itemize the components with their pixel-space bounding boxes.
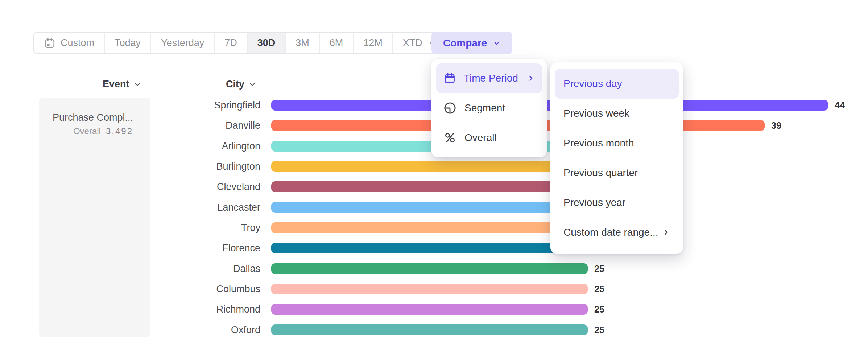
compare-menu-item-overall[interactable]: Overall — [436, 123, 542, 153]
event-name: Purchase Compl... — [46, 112, 133, 123]
bar-oxford[interactable] — [271, 324, 588, 335]
submenu-item-label: Previous month — [563, 137, 634, 149]
bar-dallas[interactable] — [271, 263, 588, 274]
percent-icon — [443, 131, 456, 144]
event-metric-label: Overall — [73, 126, 101, 136]
event-card[interactable]: Purchase Compl... Overall3,492 — [39, 98, 150, 337]
city-column-label: City — [226, 79, 244, 90]
toolbar-item-label: XTD — [403, 37, 422, 49]
bar-category-label: Oxford — [138, 324, 260, 335]
city-column-header[interactable]: City — [226, 79, 256, 90]
time-period-submenu: Previous dayPrevious weekPrevious monthP… — [550, 62, 683, 254]
toolbar-item-label: 7D — [224, 37, 237, 49]
calendar-lined-icon — [443, 72, 456, 84]
bar-category-label: Cleveland — [138, 181, 260, 192]
bar-category-label: Richmond — [138, 304, 260, 315]
menu-item-label: Time Period — [464, 73, 518, 84]
menu-item-label: Segment — [464, 102, 505, 114]
chevron-down-icon — [134, 81, 141, 88]
bar-category-label: Columbus — [138, 284, 260, 294]
bar-springfield[interactable] — [271, 100, 828, 111]
submenu-item-previous-year[interactable]: Previous year — [555, 188, 679, 218]
compare-button-label: Compare — [443, 37, 487, 49]
compare-dropdown-menu: Time PeriodSegmentOverall — [431, 59, 547, 157]
event-column-header[interactable]: Event — [103, 79, 141, 90]
bar-value-label: 39 — [771, 120, 781, 131]
bar-category-label: Arlington — [138, 141, 260, 152]
submenu-item-previous-month[interactable]: Previous month — [555, 128, 679, 158]
bar-value-label: 25 — [594, 324, 604, 335]
chevron-down-icon — [493, 39, 501, 47]
compare-button[interactable]: Compare — [431, 32, 512, 54]
submenu-item-label: Previous year — [563, 197, 625, 208]
toolbar-item-label: 12M — [363, 37, 383, 49]
bar-value-label: 44 — [835, 100, 845, 111]
chevron-down-icon — [249, 81, 256, 88]
submenu-item-previous-week[interactable]: Previous week — [555, 99, 679, 128]
toolbar-item-label: 30D — [257, 37, 276, 49]
toolbar-item-label: Today — [115, 37, 141, 49]
toolbar-item-label: Yesterday — [161, 37, 204, 49]
submenu-item-custom-date-range[interactable]: Custom date range... — [555, 218, 679, 247]
bar-value-label: 25 — [594, 304, 604, 315]
bar-category-label: Burlington — [138, 161, 260, 172]
bar-richmond[interactable] — [271, 304, 588, 315]
submenu-item-label: Custom date range... — [563, 227, 658, 238]
bar-category-label: Troy — [138, 222, 260, 233]
toolbar-item-3m[interactable]: 3M — [286, 33, 320, 53]
chevron-right-icon — [527, 74, 535, 82]
event-column-label: Event — [103, 79, 129, 90]
toolbar-item-6m[interactable]: 6M — [320, 33, 354, 53]
toolbar-item-label: 3M — [295, 37, 309, 49]
toolbar-item-yesterday[interactable]: Yesterday — [151, 33, 215, 53]
bar-category-label: Florence — [138, 243, 260, 253]
toolbar-item-today[interactable]: Today — [105, 33, 151, 53]
toolbar-item-7d[interactable]: 7D — [215, 33, 248, 53]
menu-item-label: Overall — [464, 132, 497, 144]
segment-icon — [443, 102, 456, 115]
bar-value-label: 25 — [594, 263, 604, 274]
chevron-right-icon — [662, 228, 670, 236]
submenu-item-label: Previous day — [563, 78, 622, 90]
bar-value-label: 25 — [594, 284, 604, 294]
toolbar-item-label: Custom — [61, 37, 94, 49]
submenu-item-previous-day[interactable]: Previous day — [555, 69, 679, 99]
event-metric-value: 3,492 — [106, 126, 133, 136]
event-metric: Overall3,492 — [46, 126, 133, 136]
toolbar-item-30d[interactable]: 30D — [248, 33, 286, 53]
toolbar-item-12m[interactable]: 12M — [354, 33, 393, 53]
submenu-item-label: Previous week — [563, 108, 629, 119]
bar-category-label: Danville — [138, 120, 260, 131]
bar-category-label: Dallas — [138, 263, 260, 274]
bar-category-label: Springfield — [138, 100, 260, 111]
toolbar-item-label: 6M — [330, 37, 343, 49]
submenu-item-label: Previous quarter — [563, 167, 638, 179]
compare-menu-item-segment[interactable]: Segment — [436, 93, 542, 123]
bar-category-label: Lancaster — [138, 202, 260, 213]
bar-columbus[interactable] — [271, 284, 588, 294]
compare-menu-item-time-period[interactable]: Time Period — [436, 63, 542, 93]
submenu-item-previous-quarter[interactable]: Previous quarter — [555, 158, 679, 188]
date-range-toolbar: CustomTodayYesterday7D30D3M6M12MXTD — [33, 32, 446, 54]
calendar-icon — [44, 37, 55, 49]
toolbar-item-custom[interactable]: Custom — [34, 33, 105, 53]
